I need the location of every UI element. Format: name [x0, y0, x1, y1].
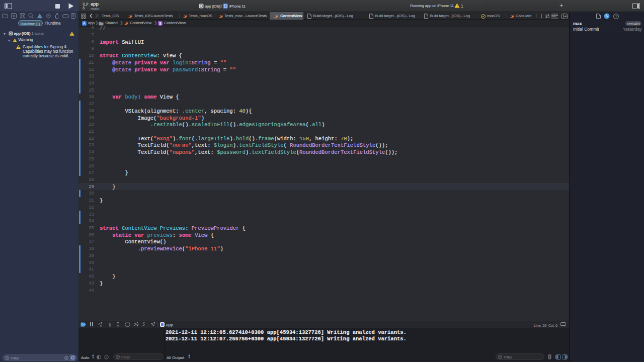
svg-text:i: i — [106, 355, 107, 359]
svg-text:S: S — [159, 22, 162, 25]
svg-text:?: ? — [615, 15, 617, 18]
